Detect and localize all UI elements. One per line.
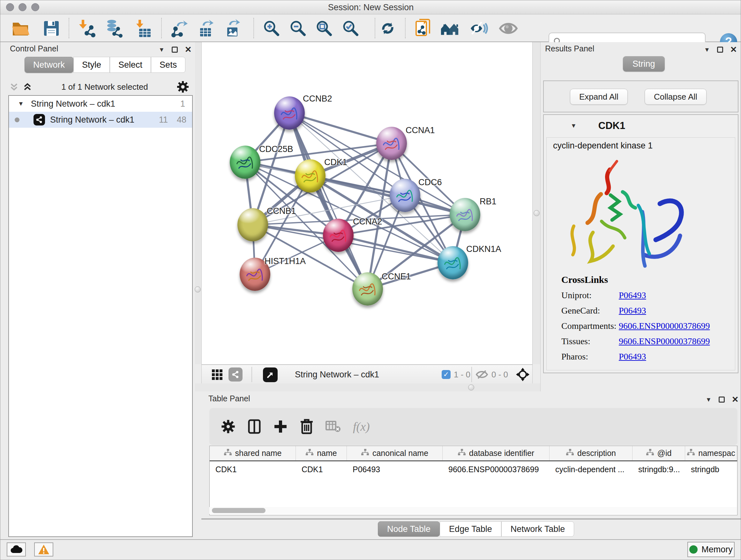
import-table-button[interactable] bbox=[134, 18, 153, 38]
network-node-CDKN1A[interactable] bbox=[437, 246, 468, 279]
collapse-all-icon[interactable] bbox=[9, 81, 19, 92]
collection-caret-icon[interactable]: ▼ bbox=[18, 100, 24, 107]
clone-network-button[interactable] bbox=[414, 18, 433, 38]
zoom-selected-button[interactable] bbox=[341, 18, 360, 38]
network-canvas[interactable]: CCNB2CCNA1CDC25BCDK1CDC6RB1CCNB1CCNA2CDK… bbox=[201, 42, 533, 364]
close-panel-icon[interactable]: ✕ bbox=[732, 395, 739, 405]
float-panel-icon[interactable] bbox=[719, 396, 725, 402]
toolbar-separator bbox=[161, 18, 162, 38]
cloud-status-button[interactable] bbox=[7, 543, 26, 557]
section-caret-icon[interactable]: ▼ bbox=[570, 122, 577, 129]
scrollbar-thumb[interactable] bbox=[212, 508, 266, 513]
close-panel-icon[interactable]: ✕ bbox=[730, 45, 737, 55]
table-cell[interactable]: CDK1 bbox=[210, 461, 296, 477]
show-all-button[interactable] bbox=[499, 18, 518, 38]
crosslink-row: Pharos:P06493 bbox=[561, 352, 710, 362]
tab-network[interactable]: Network bbox=[24, 57, 73, 73]
crosslink-link[interactable]: 9606.ENSP00000378699 bbox=[619, 336, 710, 347]
warnings-button[interactable] bbox=[34, 543, 53, 557]
network-node-CCNA2[interactable] bbox=[323, 219, 354, 252]
network-node-CDC6[interactable] bbox=[390, 179, 420, 212]
float-panel-icon[interactable] bbox=[717, 47, 723, 53]
delete-table-icon[interactable] bbox=[326, 420, 341, 433]
network-node-CCNB2[interactable] bbox=[274, 97, 305, 130]
panel-menu-caret-icon[interactable]: ▼ bbox=[704, 46, 710, 53]
birdseye-toggle-button[interactable] bbox=[516, 368, 530, 383]
selected-checkbox-icon[interactable]: ✓ bbox=[442, 370, 451, 379]
delete-column-icon[interactable] bbox=[300, 419, 313, 435]
export-table-button[interactable] bbox=[197, 18, 216, 38]
zoom-fit-button[interactable] bbox=[315, 18, 334, 38]
network-node-CCNB1[interactable] bbox=[238, 208, 268, 241]
tab-sets[interactable]: Sets bbox=[151, 57, 185, 73]
network-node-CDK1[interactable] bbox=[295, 159, 326, 192]
float-panel-icon[interactable] bbox=[172, 47, 178, 53]
detach-view-button[interactable] bbox=[263, 368, 278, 382]
crosslink-row: Tissues:9606.ENSP00000378699 bbox=[561, 336, 710, 347]
import-network-file-button[interactable] bbox=[77, 18, 96, 38]
column-header-canonical-name[interactable]: canonical name bbox=[347, 446, 443, 460]
tab-string[interactable]: String bbox=[623, 56, 665, 71]
export-image-button[interactable] bbox=[224, 18, 243, 38]
expand-all-icon[interactable] bbox=[22, 81, 33, 92]
apply-layout-button[interactable] bbox=[378, 18, 397, 38]
table-cell[interactable]: stringdb bbox=[685, 461, 737, 477]
string-view-button[interactable] bbox=[228, 368, 243, 381]
column-header-description[interactable]: description bbox=[549, 446, 632, 460]
memory-button[interactable]: Memory bbox=[687, 542, 735, 557]
settings-gear-icon[interactable] bbox=[221, 419, 235, 434]
collapse-all-button[interactable]: Collapse All bbox=[645, 89, 706, 105]
hide-selected-button[interactable] bbox=[469, 18, 488, 38]
save-session-button[interactable] bbox=[42, 18, 61, 38]
horizontal-splitter-handle[interactable] bbox=[468, 384, 474, 390]
zoom-out-button[interactable] bbox=[288, 18, 308, 38]
network-collection-row[interactable]: ▼ String Network – cdk1 1 bbox=[9, 96, 192, 112]
close-panel-icon[interactable]: ✕ bbox=[185, 45, 192, 55]
right-splitter-handle[interactable] bbox=[534, 210, 540, 216]
table-row[interactable]: CDK1CDK1P064939606.ENSP00000378699cyclin… bbox=[210, 461, 737, 477]
import-network-database-button[interactable] bbox=[104, 18, 123, 38]
export-network-button[interactable] bbox=[171, 18, 190, 38]
tab-select[interactable]: Select bbox=[110, 57, 151, 73]
column-header-database-identifier[interactable]: database identifier bbox=[443, 446, 549, 460]
tab-edge-table[interactable]: Edge Table bbox=[440, 521, 501, 537]
tab-style[interactable]: Style bbox=[73, 57, 110, 73]
first-neighbors-button[interactable] bbox=[441, 18, 460, 38]
table-cell[interactable]: P06493 bbox=[347, 461, 443, 477]
zoom-in-button[interactable] bbox=[262, 18, 281, 38]
table-cell[interactable]: CDK1 bbox=[296, 461, 347, 477]
left-splitter[interactable] bbox=[195, 42, 201, 364]
grid-view-button[interactable] bbox=[211, 369, 223, 382]
panel-menu-caret-icon[interactable]: ▼ bbox=[158, 46, 165, 53]
column-header-namespac[interactable]: namespac bbox=[685, 446, 737, 460]
function-builder-icon[interactable]: f(x) bbox=[353, 420, 370, 434]
table-hscrollbar[interactable] bbox=[209, 507, 737, 514]
right-splitter[interactable] bbox=[533, 42, 540, 364]
panel-menu-caret-icon[interactable]: ▼ bbox=[705, 396, 712, 403]
crosslink-link[interactable]: 9606.ENSP00000378699 bbox=[619, 321, 710, 331]
column-header-shared-name[interactable]: shared name bbox=[210, 446, 296, 460]
add-column-icon[interactable] bbox=[273, 419, 288, 434]
network-node-CCNE1[interactable] bbox=[352, 272, 383, 306]
column-header-@id[interactable]: @id bbox=[632, 446, 685, 460]
network-options-gear-icon[interactable] bbox=[177, 80, 189, 93]
network-node-CCNA1[interactable] bbox=[376, 127, 407, 160]
column-type-icon bbox=[361, 449, 369, 458]
show-columns-icon[interactable] bbox=[248, 419, 261, 434]
table-cell[interactable]: cyclin-dependent ... bbox=[549, 461, 632, 477]
network-row[interactable]: String Network – cdk1 11 48 bbox=[9, 112, 192, 128]
tab-node-table[interactable]: Node Table bbox=[378, 521, 440, 537]
crosslink-link[interactable]: P06493 bbox=[619, 290, 646, 300]
gene-section-header[interactable]: ▼ CDK1 bbox=[544, 115, 738, 137]
crosslink-link[interactable]: P06493 bbox=[619, 306, 646, 316]
table-cell[interactable]: 9606.ENSP00000378699 bbox=[443, 461, 549, 477]
open-session-button[interactable] bbox=[11, 18, 30, 38]
table-cell[interactable]: stringdb:9... bbox=[632, 461, 685, 477]
crosslink-link[interactable]: P06493 bbox=[619, 352, 646, 362]
expand-all-button[interactable]: Expand All bbox=[570, 89, 628, 105]
column-header-name[interactable]: name bbox=[296, 446, 347, 460]
network-node-RB1[interactable] bbox=[450, 198, 480, 231]
network-node-CDC25B[interactable] bbox=[230, 145, 260, 179]
left-splitter-handle[interactable] bbox=[195, 287, 201, 293]
tab-network-table[interactable]: Network Table bbox=[501, 521, 575, 537]
